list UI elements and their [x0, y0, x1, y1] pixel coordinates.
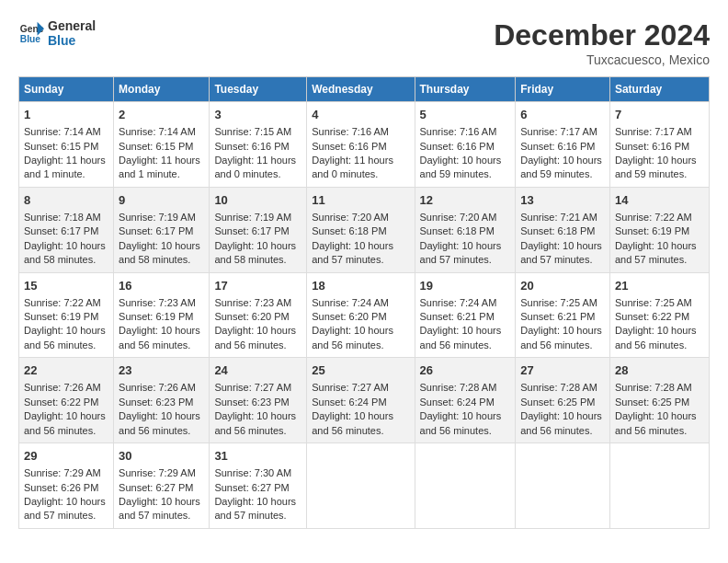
day-info: Sunrise: 7:23 AM Sunset: 6:19 PM Dayligh…	[119, 297, 200, 350]
calendar-cell: 5Sunrise: 7:16 AM Sunset: 6:16 PM Daylig…	[415, 102, 516, 188]
calendar-cell	[609, 443, 709, 529]
calendar-cell: 4Sunrise: 7:16 AM Sunset: 6:16 PM Daylig…	[307, 102, 415, 188]
day-number: 9	[119, 192, 204, 209]
calendar-cell: 11Sunrise: 7:20 AM Sunset: 6:18 PM Dayli…	[307, 187, 415, 272]
calendar-cell: 7Sunrise: 7:17 AM Sunset: 6:16 PM Daylig…	[609, 102, 709, 188]
calendar-table: SundayMondayTuesdayWednesdayThursdayFrid…	[18, 76, 710, 529]
day-info: Sunrise: 7:24 AM Sunset: 6:20 PM Dayligh…	[312, 297, 393, 350]
day-info: Sunrise: 7:17 AM Sunset: 6:16 PM Dayligh…	[615, 126, 697, 179]
day-number: 26	[420, 362, 511, 379]
day-number: 16	[119, 278, 204, 294]
day-number: 7	[615, 107, 704, 123]
day-info: Sunrise: 7:27 AM Sunset: 6:23 PM Dayligh…	[214, 382, 296, 435]
day-info: Sunrise: 7:29 AM Sunset: 6:26 PM Dayligh…	[24, 467, 106, 521]
day-number: 31	[214, 448, 301, 465]
calendar-day-header: Friday	[516, 77, 610, 102]
day-number: 29	[24, 448, 108, 465]
calendar-cell	[307, 443, 415, 529]
calendar-cell: 23Sunrise: 7:26 AM Sunset: 6:23 PM Dayli…	[114, 358, 210, 443]
day-number: 17	[214, 278, 301, 294]
day-number: 23	[119, 362, 204, 379]
calendar-cell: 1Sunrise: 7:14 AM Sunset: 6:15 PM Daylig…	[19, 102, 114, 188]
calendar-day-header: Sunday	[19, 77, 114, 102]
calendar-day-header: Wednesday	[307, 77, 415, 102]
calendar-cell: 21Sunrise: 7:25 AM Sunset: 6:22 PM Dayli…	[609, 272, 709, 358]
calendar-cell: 17Sunrise: 7:23 AM Sunset: 6:20 PM Dayli…	[210, 272, 307, 358]
day-number: 14	[615, 192, 704, 209]
day-info: Sunrise: 7:26 AM Sunset: 6:22 PM Dayligh…	[24, 382, 106, 435]
day-number: 13	[520, 192, 605, 209]
day-info: Sunrise: 7:16 AM Sunset: 6:16 PM Dayligh…	[420, 126, 502, 179]
calendar-cell: 30Sunrise: 7:29 AM Sunset: 6:27 PM Dayli…	[114, 443, 210, 529]
calendar-week-row: 29Sunrise: 7:29 AM Sunset: 6:26 PM Dayli…	[19, 443, 710, 529]
day-info: Sunrise: 7:22 AM Sunset: 6:19 PM Dayligh…	[24, 297, 106, 350]
day-number: 3	[214, 107, 301, 123]
calendar-day-header: Saturday	[609, 77, 709, 102]
day-number: 15	[24, 278, 108, 294]
logo-icon: General Blue	[18, 20, 44, 46]
day-number: 30	[119, 448, 204, 465]
day-info: Sunrise: 7:22 AM Sunset: 6:19 PM Dayligh…	[615, 212, 697, 265]
calendar-day-header: Tuesday	[210, 77, 307, 102]
day-number: 22	[24, 362, 108, 379]
day-info: Sunrise: 7:21 AM Sunset: 6:18 PM Dayligh…	[520, 212, 602, 265]
day-info: Sunrise: 7:17 AM Sunset: 6:16 PM Dayligh…	[520, 126, 602, 179]
day-number: 24	[214, 362, 301, 379]
day-info: Sunrise: 7:19 AM Sunset: 6:17 PM Dayligh…	[214, 212, 296, 265]
day-number: 8	[24, 192, 108, 209]
calendar-week-row: 1Sunrise: 7:14 AM Sunset: 6:15 PM Daylig…	[19, 102, 710, 188]
calendar-cell: 15Sunrise: 7:22 AM Sunset: 6:19 PM Dayli…	[19, 272, 114, 358]
calendar-cell: 14Sunrise: 7:22 AM Sunset: 6:19 PM Dayli…	[609, 187, 709, 272]
calendar-cell: 29Sunrise: 7:29 AM Sunset: 6:26 PM Dayli…	[19, 443, 114, 529]
day-info: Sunrise: 7:30 AM Sunset: 6:27 PM Dayligh…	[214, 467, 296, 521]
calendar-cell: 18Sunrise: 7:24 AM Sunset: 6:20 PM Dayli…	[307, 272, 415, 358]
calendar-cell: 31Sunrise: 7:30 AM Sunset: 6:27 PM Dayli…	[210, 443, 307, 529]
day-number: 11	[312, 192, 409, 209]
calendar-cell: 9Sunrise: 7:19 AM Sunset: 6:17 PM Daylig…	[114, 187, 210, 272]
calendar-body: 1Sunrise: 7:14 AM Sunset: 6:15 PM Daylig…	[19, 102, 710, 529]
day-number: 12	[420, 192, 511, 209]
calendar-cell: 19Sunrise: 7:24 AM Sunset: 6:21 PM Dayli…	[415, 272, 516, 358]
day-info: Sunrise: 7:16 AM Sunset: 6:16 PM Dayligh…	[312, 126, 393, 179]
calendar-cell: 24Sunrise: 7:27 AM Sunset: 6:23 PM Dayli…	[210, 358, 307, 443]
svg-text:Blue: Blue	[20, 34, 41, 44]
calendar-cell: 8Sunrise: 7:18 AM Sunset: 6:17 PM Daylig…	[19, 187, 114, 272]
calendar-cell: 28Sunrise: 7:28 AM Sunset: 6:25 PM Dayli…	[609, 358, 709, 443]
calendar-cell: 22Sunrise: 7:26 AM Sunset: 6:22 PM Dayli…	[19, 358, 114, 443]
day-number: 27	[520, 362, 605, 379]
calendar-week-row: 15Sunrise: 7:22 AM Sunset: 6:19 PM Dayli…	[19, 272, 710, 358]
day-number: 19	[420, 278, 511, 294]
day-info: Sunrise: 7:18 AM Sunset: 6:17 PM Dayligh…	[24, 212, 106, 265]
day-number: 5	[420, 107, 511, 123]
day-number: 10	[214, 192, 301, 209]
calendar-week-row: 8Sunrise: 7:18 AM Sunset: 6:17 PM Daylig…	[19, 187, 710, 272]
day-info: Sunrise: 7:20 AM Sunset: 6:18 PM Dayligh…	[420, 212, 502, 265]
day-info: Sunrise: 7:25 AM Sunset: 6:22 PM Dayligh…	[615, 297, 697, 350]
calendar-day-header: Monday	[114, 77, 210, 102]
calendar-cell: 26Sunrise: 7:28 AM Sunset: 6:24 PM Dayli…	[415, 358, 516, 443]
calendar-cell: 3Sunrise: 7:15 AM Sunset: 6:16 PM Daylig…	[210, 102, 307, 188]
day-info: Sunrise: 7:26 AM Sunset: 6:23 PM Dayligh…	[119, 382, 200, 435]
calendar-week-row: 22Sunrise: 7:26 AM Sunset: 6:22 PM Dayli…	[19, 358, 710, 443]
day-info: Sunrise: 7:15 AM Sunset: 6:16 PM Dayligh…	[214, 126, 296, 179]
day-number: 1	[24, 107, 108, 123]
day-number: 28	[615, 362, 704, 379]
calendar-cell	[415, 443, 516, 529]
title-block: December 2024 Tuxcacuesco, Mexico	[494, 18, 710, 67]
calendar-cell: 20Sunrise: 7:25 AM Sunset: 6:21 PM Dayli…	[516, 272, 610, 358]
day-info: Sunrise: 7:20 AM Sunset: 6:18 PM Dayligh…	[312, 212, 393, 265]
subtitle: Tuxcacuesco, Mexico	[494, 52, 710, 67]
calendar-cell: 2Sunrise: 7:14 AM Sunset: 6:15 PM Daylig…	[114, 102, 210, 188]
calendar-cell: 25Sunrise: 7:27 AM Sunset: 6:24 PM Dayli…	[307, 358, 415, 443]
logo-blue: Blue	[48, 33, 96, 48]
calendar-cell: 16Sunrise: 7:23 AM Sunset: 6:19 PM Dayli…	[114, 272, 210, 358]
day-info: Sunrise: 7:27 AM Sunset: 6:24 PM Dayligh…	[312, 382, 393, 435]
day-number: 18	[312, 278, 409, 294]
calendar-cell: 12Sunrise: 7:20 AM Sunset: 6:18 PM Dayli…	[415, 187, 516, 272]
calendar-cell: 27Sunrise: 7:28 AM Sunset: 6:25 PM Dayli…	[516, 358, 610, 443]
calendar-header-row: SundayMondayTuesdayWednesdayThursdayFrid…	[19, 77, 710, 102]
calendar-cell	[516, 443, 610, 529]
day-number: 25	[312, 362, 409, 379]
day-info: Sunrise: 7:24 AM Sunset: 6:21 PM Dayligh…	[420, 297, 502, 350]
page-header: General Blue General Blue December 2024 …	[18, 18, 710, 67]
